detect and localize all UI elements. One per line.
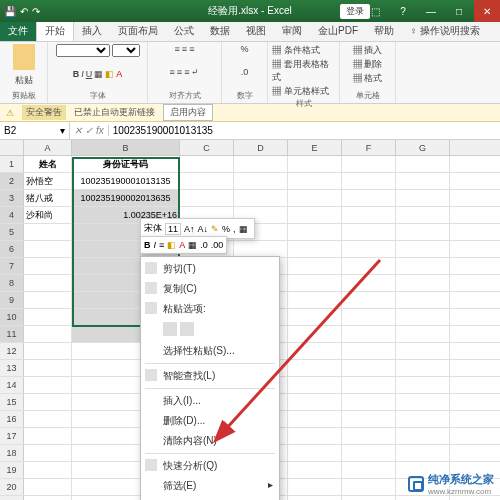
tab-help[interactable]: 帮助 — [366, 21, 402, 41]
fill-icon[interactable]: ◧ — [105, 69, 114, 79]
help-icon[interactable]: ? — [390, 0, 416, 22]
cell-E19[interactable] — [288, 462, 342, 478]
row-header[interactable]: 15 — [0, 394, 24, 410]
tab-file[interactable]: 文件 — [0, 21, 36, 41]
mini-comma-icon[interactable]: , — [233, 224, 236, 234]
close-icon[interactable]: ✕ — [474, 0, 500, 22]
row-header[interactable]: 19 — [0, 462, 24, 478]
ctx-clear[interactable]: 清除内容(N) — [141, 431, 279, 451]
mini-fill-icon[interactable]: ◧ — [167, 240, 176, 250]
underline-button[interactable]: U — [86, 69, 93, 79]
cell-G10[interactable] — [396, 309, 450, 325]
cell-G9[interactable] — [396, 292, 450, 308]
cell-E2[interactable] — [288, 173, 342, 189]
row-header[interactable]: 17 — [0, 428, 24, 444]
tab-insert[interactable]: 插入 — [74, 21, 110, 41]
format-cells-button[interactable]: ▦ 格式 — [353, 72, 383, 85]
mini-format-icon[interactable]: ✎ — [211, 224, 219, 234]
cell-E18[interactable] — [288, 445, 342, 461]
ctx-paste-icons[interactable] — [141, 319, 279, 341]
cell-G5[interactable] — [396, 224, 450, 240]
cell-A14[interactable] — [24, 377, 72, 393]
cell-F13[interactable] — [342, 360, 396, 376]
select-all-corner[interactable] — [0, 140, 24, 155]
undo-icon[interactable]: ↶ — [20, 6, 28, 17]
cell-B3[interactable]: 100235190002013635 — [72, 190, 180, 206]
italic-button[interactable]: I — [81, 69, 84, 79]
cell-E5[interactable] — [288, 224, 342, 240]
align-center-icon[interactable]: ≡ — [177, 67, 182, 77]
row-header[interactable]: 13 — [0, 360, 24, 376]
mini-decimal-dec-icon[interactable]: .0 — [200, 240, 208, 250]
cell-C2[interactable] — [180, 173, 234, 189]
row-header[interactable]: 6 — [0, 241, 24, 257]
cell-G21[interactable] — [396, 496, 450, 500]
tab-formula[interactable]: 公式 — [166, 21, 202, 41]
cell-A12[interactable] — [24, 343, 72, 359]
cell-F19[interactable] — [342, 462, 396, 478]
cell-F10[interactable] — [342, 309, 396, 325]
cell-E21[interactable] — [288, 496, 342, 500]
col-header-g[interactable]: G — [396, 140, 450, 155]
cell-A19[interactable] — [24, 462, 72, 478]
tab-home[interactable]: 开始 — [36, 20, 74, 41]
font-size[interactable] — [112, 44, 140, 57]
row-header[interactable]: 4 — [0, 207, 24, 223]
percent-icon[interactable]: % — [240, 44, 248, 54]
mini-decrease-icon[interactable]: A↓ — [198, 224, 209, 234]
cell-F1[interactable] — [342, 156, 396, 172]
paste-icon-1[interactable] — [163, 322, 177, 336]
cell-G7[interactable] — [396, 258, 450, 274]
tab-kwps[interactable]: 金山PDF — [310, 21, 366, 41]
cell-A7[interactable] — [24, 258, 72, 274]
cell-A15[interactable] — [24, 394, 72, 410]
cell-A8[interactable] — [24, 275, 72, 291]
maximize-icon[interactable]: □ — [446, 0, 472, 22]
row-header[interactable]: 8 — [0, 275, 24, 291]
ctx-copy[interactable]: 复制(C) — [141, 279, 279, 299]
col-header-a[interactable]: A — [24, 140, 72, 155]
enable-content-button[interactable]: 启用内容 — [163, 104, 213, 121]
cell-F4[interactable] — [342, 207, 396, 223]
cell-G12[interactable] — [396, 343, 450, 359]
cell-G13[interactable] — [396, 360, 450, 376]
font-name[interactable] — [56, 44, 110, 57]
cell-G4[interactable] — [396, 207, 450, 223]
cell-G2[interactable] — [396, 173, 450, 189]
cell-E9[interactable] — [288, 292, 342, 308]
mini-percent-icon[interactable]: % — [222, 224, 230, 234]
ctx-filter[interactable]: 筛选(E)▸ — [141, 476, 279, 496]
cell-F18[interactable] — [342, 445, 396, 461]
cell-A9[interactable] — [24, 292, 72, 308]
align-mid-icon[interactable]: ≡ — [182, 44, 187, 54]
cell-E7[interactable] — [288, 258, 342, 274]
cell-F15[interactable] — [342, 394, 396, 410]
cell-A18[interactable] — [24, 445, 72, 461]
cell-D2[interactable] — [234, 173, 288, 189]
cell-G18[interactable] — [396, 445, 450, 461]
font-color-icon[interactable]: A — [116, 69, 122, 79]
cell-F16[interactable] — [342, 411, 396, 427]
name-box[interactable]: B2▾ — [0, 122, 70, 139]
mini-border-icon[interactable]: ▦ — [239, 224, 248, 234]
cell-E8[interactable] — [288, 275, 342, 291]
cell-E14[interactable] — [288, 377, 342, 393]
cell-A21[interactable] — [24, 496, 72, 500]
row-header[interactable]: 1 — [0, 156, 24, 172]
row-header[interactable]: 5 — [0, 224, 24, 240]
bold-button[interactable]: B — [73, 69, 80, 79]
ctx-quick-analysis[interactable]: 快速分析(Q) — [141, 456, 279, 476]
redo-icon[interactable]: ↷ — [32, 6, 40, 17]
mini-increase-icon[interactable]: A↑ — [184, 224, 195, 234]
mini-toolbar-2[interactable]: B I ≡ ◧ A ▦ .0 .00 — [140, 236, 227, 254]
cell-D3[interactable] — [234, 190, 288, 206]
col-header-f[interactable]: F — [342, 140, 396, 155]
cell-G8[interactable] — [396, 275, 450, 291]
cell-F14[interactable] — [342, 377, 396, 393]
cell-C3[interactable] — [180, 190, 234, 206]
cell-E1[interactable] — [288, 156, 342, 172]
cell-A17[interactable] — [24, 428, 72, 444]
cell-E4[interactable] — [288, 207, 342, 223]
cell-G17[interactable] — [396, 428, 450, 444]
cell-E6[interactable] — [288, 241, 342, 257]
